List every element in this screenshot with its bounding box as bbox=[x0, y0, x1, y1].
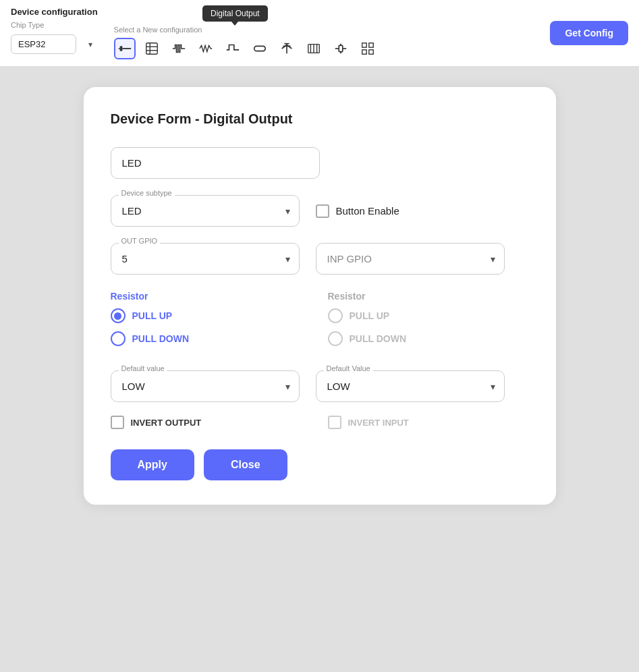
io-icon[interactable] bbox=[330, 38, 352, 59]
invert-row: INVERT OUTPUT INVERT INPUT bbox=[111, 416, 529, 429]
invert-input-checkbox[interactable] bbox=[328, 416, 341, 429]
tooltip: Digital Output bbox=[202, 5, 268, 22]
analog-icon[interactable] bbox=[195, 38, 217, 59]
top-bar: Device configuration Chip Type ESP32 ESP… bbox=[0, 0, 639, 67]
button-enable-row: Button Enable bbox=[316, 204, 399, 218]
subtype-row: Device subtype LED Relay Motor ▾ Button … bbox=[111, 195, 529, 227]
chip-select-wrapper: ESP32 ESP8266 bbox=[11, 34, 98, 54]
pwm-icon[interactable] bbox=[168, 38, 190, 59]
inp-default-wrapper: Default Value LOW HIGH ▾ bbox=[316, 370, 505, 402]
svg-rect-21 bbox=[368, 43, 372, 47]
select-config-label: Select a New configuration bbox=[114, 26, 202, 34]
button-enable-label: Button Enable bbox=[336, 205, 399, 217]
inp-pull-up-label: PULL UP bbox=[350, 310, 390, 321]
out-pull-down-option[interactable]: PULL DOWN bbox=[111, 331, 312, 346]
out-pull-down-label: PULL DOWN bbox=[132, 333, 190, 344]
grid-icon[interactable] bbox=[357, 38, 379, 59]
out-resistor-title: Resistor bbox=[111, 291, 312, 302]
device-form-card: Device Form - Digital Output Device subt… bbox=[84, 87, 556, 505]
out-default-label: Default value bbox=[119, 364, 167, 372]
inp-gpio-wrapper: INP GPIO 0 2 4 5 ▾ bbox=[316, 243, 505, 275]
svg-rect-3 bbox=[146, 43, 157, 55]
apply-button[interactable]: Apply bbox=[111, 449, 194, 480]
invert-output-checkbox[interactable] bbox=[111, 416, 124, 429]
close-button[interactable]: Close bbox=[204, 449, 287, 480]
inp-pull-down-option[interactable]: PULL DOWN bbox=[328, 331, 529, 346]
out-pull-up-option[interactable]: PULL UP bbox=[111, 308, 312, 323]
out-resistor-col: Resistor PULL UP PULL DOWN bbox=[111, 291, 312, 354]
invert-input-col: INVERT INPUT bbox=[328, 416, 529, 429]
chip-type-label: Chip Type bbox=[11, 21, 98, 29]
inp-resistor-col: Resistor PULL UP PULL DOWN bbox=[328, 291, 529, 354]
resistor-section: Resistor PULL UP PULL DOWN Resistor PULL… bbox=[111, 291, 529, 354]
svg-rect-20 bbox=[362, 43, 366, 47]
config-icons-area: Select a New configuration bbox=[114, 7, 534, 59]
register-icon[interactable] bbox=[141, 38, 163, 59]
digital-output-icon[interactable] bbox=[114, 38, 136, 59]
form-title: Device Form - Digital Output bbox=[111, 111, 529, 127]
device-name-input[interactable] bbox=[111, 147, 320, 179]
svg-rect-23 bbox=[368, 50, 372, 54]
top-bar-left: Device configuration Chip Type ESP32 ESP… bbox=[11, 7, 98, 54]
device-subtype-select[interactable]: LED Relay Motor bbox=[111, 195, 300, 227]
antenna-icon[interactable] bbox=[276, 38, 298, 59]
out-gpio-label: OUT GPIO bbox=[119, 237, 161, 245]
chip-type-select[interactable]: ESP32 ESP8266 bbox=[11, 34, 76, 54]
svg-rect-22 bbox=[362, 50, 366, 54]
inp-default-select[interactable]: LOW HIGH bbox=[316, 370, 505, 402]
inp-pull-up-option[interactable]: PULL UP bbox=[328, 308, 529, 323]
out-default-wrapper: Default value LOW HIGH ▾ bbox=[111, 370, 300, 402]
get-config-button[interactable]: Get Config bbox=[550, 21, 628, 45]
default-value-row: Default value LOW HIGH ▾ Default Value L… bbox=[111, 370, 529, 402]
out-default-select[interactable]: LOW HIGH bbox=[111, 370, 300, 402]
svg-rect-7 bbox=[254, 46, 265, 51]
svg-rect-0 bbox=[119, 46, 122, 51]
config-icons-row bbox=[114, 38, 379, 59]
inp-pull-down-radio[interactable] bbox=[328, 331, 343, 346]
pulse-icon[interactable] bbox=[222, 38, 244, 59]
device-subtype-wrapper: Device subtype LED Relay Motor ▾ bbox=[111, 195, 300, 227]
inp-pull-down-label: PULL DOWN bbox=[350, 333, 407, 344]
out-gpio-select[interactable]: 5 0 2 4 12 13 14 15 bbox=[111, 243, 300, 275]
capsule-icon[interactable] bbox=[249, 38, 271, 59]
out-gpio-wrapper: OUT GPIO 5 0 2 4 12 13 14 15 ▾ bbox=[111, 243, 300, 275]
device-config-label: Device configuration bbox=[11, 7, 98, 17]
svg-rect-17 bbox=[339, 45, 343, 51]
button-enable-checkbox[interactable] bbox=[316, 204, 329, 218]
device-subtype-label: Device subtype bbox=[119, 189, 175, 197]
invert-output-label: INVERT OUTPUT bbox=[131, 418, 202, 428]
inp-gpio-select[interactable]: INP GPIO 0 2 4 5 bbox=[316, 243, 505, 275]
main-content: Device Form - Digital Output Device subt… bbox=[0, 67, 639, 672]
action-buttons: Apply Close bbox=[111, 449, 529, 480]
invert-input-label: INVERT INPUT bbox=[348, 418, 409, 428]
out-pull-down-radio[interactable] bbox=[111, 331, 126, 346]
gpio-row: OUT GPIO 5 0 2 4 12 13 14 15 ▾ INP GPIO … bbox=[111, 243, 529, 275]
inp-pull-up-radio[interactable] bbox=[328, 308, 343, 323]
inp-default-label: Default Value bbox=[324, 364, 373, 372]
out-pull-up-label: PULL UP bbox=[132, 310, 173, 321]
out-pull-up-radio[interactable] bbox=[111, 308, 126, 323]
inp-resistor-title: Resistor bbox=[328, 291, 529, 302]
bus-icon[interactable] bbox=[303, 38, 325, 59]
invert-output-col: INVERT OUTPUT bbox=[111, 416, 312, 429]
